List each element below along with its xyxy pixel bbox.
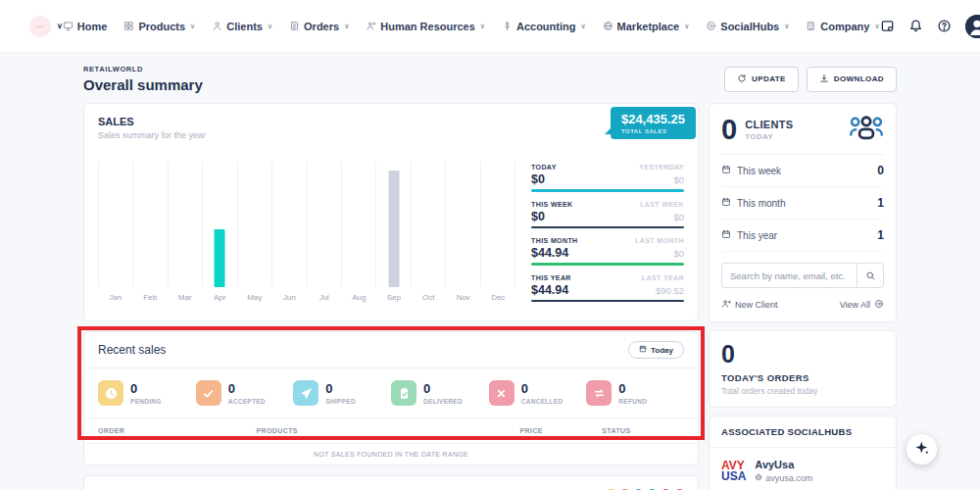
search-button[interactable] [857, 263, 884, 288]
x-axis-label: Jan [98, 287, 133, 302]
calendar-icon [721, 229, 731, 241]
clients-row-label: This month [737, 198, 785, 209]
accounting-icon [502, 21, 513, 31]
chevron-down-icon: ∨ [268, 23, 272, 30]
recent-sales-title: Recent sales [98, 343, 166, 357]
empty-table-message: NOT SALES FOUNDED IN THE DATE RANGE [84, 443, 698, 465]
status-tile-pending[interactable]: 0PENDING [98, 380, 196, 406]
help-icon[interactable] [937, 19, 952, 33]
notes-icon[interactable] [880, 19, 895, 33]
clients-row-value: 1 [877, 196, 884, 210]
calendar-icon [721, 197, 731, 209]
avyusa-logo: AVY USA [721, 461, 746, 482]
stat-label: THIS YEAR [531, 274, 571, 281]
chart-slot [98, 162, 133, 287]
status-label: DELIVERED [423, 398, 463, 405]
brand-logo[interactable]: ••• [29, 16, 51, 37]
arrow-circle-icon [874, 299, 884, 311]
clients-icon [212, 21, 222, 31]
x-axis-label: Jun [272, 287, 308, 302]
chevron-down-icon: ∨ [190, 23, 195, 30]
status-tile-refund[interactable]: 0REFUND [586, 380, 684, 406]
stat-value: $0 [531, 172, 545, 186]
view-all-link[interactable]: View All [840, 299, 884, 311]
table-column-header: STATUS [602, 427, 684, 434]
sales-stats: TODAYYESTERDAY$0$0THIS WEEKLAST WEEK$0$0… [531, 162, 684, 311]
new-client-link[interactable]: New Client [721, 299, 778, 311]
clients-label: CLIENTS [745, 119, 793, 130]
x-axis-label: Apr [203, 287, 238, 302]
sales-stat: THIS YEARLAST YEAR$44.94$90.52 [531, 274, 684, 303]
status-label: ACCEPTED [228, 398, 266, 405]
sales-card-title: SALES [98, 116, 684, 127]
chart-bar-apr[interactable] [215, 229, 225, 287]
nav-item-company[interactable]: Company∨ [806, 21, 879, 32]
sales-card: SALES Sales summary for the year $24,435… [83, 103, 699, 321]
clients-row-value: 0 [877, 164, 884, 177]
status-count: 0 [521, 382, 564, 395]
status-count: 0 [130, 382, 162, 395]
nav-item-home[interactable]: Home [63, 21, 108, 32]
chart-slot [169, 162, 203, 287]
stat-value: $0 [531, 210, 545, 223]
status-tile-cancelled[interactable]: 0CANCELLED [489, 380, 587, 406]
x-axis-label: Dec [481, 287, 516, 302]
marketplace-icon [603, 21, 613, 31]
status-tile-shipped[interactable]: 0SHIPPED [293, 380, 391, 406]
update-button[interactable]: UPDATE [724, 67, 799, 92]
recent-sales-card: Recent sales Today 0PENDING0ACCEPTED0SHI… [83, 331, 699, 466]
nav-item-accounting[interactable]: Accounting∨ [502, 21, 586, 32]
clipboard-check-icon [391, 380, 416, 406]
x-axis-label: Jul [307, 287, 342, 302]
home-icon [63, 21, 74, 31]
x-axis-label: May [237, 287, 272, 302]
nav-item-clients[interactable]: Clients∨ [212, 21, 272, 32]
status-count: 0 [325, 382, 356, 395]
nav-item-marketplace[interactable]: Marketplace∨ [603, 21, 690, 32]
clients-sublabel: TODAY [745, 132, 793, 141]
nav-item-human-resources[interactable]: Human Resources∨ [366, 21, 485, 32]
x-axis-label: Aug [342, 287, 377, 302]
todays-orders-title: TODAY'S ORDERS [721, 372, 884, 383]
table-column-header: PRICE [520, 427, 603, 434]
clients-row-this-year: This year1 [721, 220, 884, 252]
chart-slot [238, 162, 272, 287]
status-count: 0 [618, 382, 647, 395]
status-tile-delivered[interactable]: 0DELIVERED [391, 380, 489, 406]
clients-row-value: 1 [877, 228, 884, 242]
socialhub-domain: avyusa.com [765, 473, 812, 483]
calendar-icon [639, 345, 647, 355]
stat-value: $44.94 [531, 246, 568, 260]
nav-menu: HomeProducts∨Clients∨Orders∨Human Resour… [63, 21, 880, 32]
x-axis-label: Sep [376, 287, 412, 302]
clients-row-this-month: This month1 [721, 187, 884, 220]
chart-slot [308, 162, 342, 287]
user-avatar[interactable] [965, 15, 980, 38]
clock-icon [98, 380, 123, 406]
status-tile-accepted[interactable]: 0ACCEPTED [196, 380, 294, 406]
bell-icon[interactable] [908, 19, 923, 33]
sales-stat: THIS MONTHLAST MONTH$44.94$0 [531, 237, 684, 266]
clients-row-label: This year [737, 230, 777, 241]
paper-plane-icon [293, 380, 318, 406]
stat-compare-label: YESTERDAY [639, 164, 684, 171]
chart-slot [376, 162, 411, 287]
client-search-input[interactable] [721, 263, 857, 288]
today-filter-button[interactable]: Today [628, 341, 684, 359]
assistant-fab-button[interactable] [906, 434, 937, 465]
order-delivery-card: Order delivery schedule [83, 475, 699, 490]
person-plus-icon [721, 299, 731, 311]
download-button[interactable]: DOWNLOAD [807, 67, 897, 92]
nav-item-socialhubs[interactable]: SocialHubs∨ [706, 21, 789, 32]
nav-item-products[interactable]: Products∨ [123, 21, 195, 32]
calendar-icon [721, 165, 731, 176]
socialhub-item[interactable]: AVY USA AvyUsa avyusa.com [710, 448, 896, 490]
stat-underline [531, 300, 684, 303]
sales-card-subtitle: Sales summary for the year [98, 130, 684, 140]
stat-underline [531, 189, 684, 192]
x-icon [489, 380, 514, 406]
top-navbar: ••• ∨ HomeProducts∨Clients∨Orders∨Human … [0, 0, 980, 53]
x-axis-label: Nov [446, 287, 481, 302]
chart-bar-sep[interactable] [388, 171, 399, 287]
nav-item-orders[interactable]: Orders∨ [289, 21, 349, 32]
